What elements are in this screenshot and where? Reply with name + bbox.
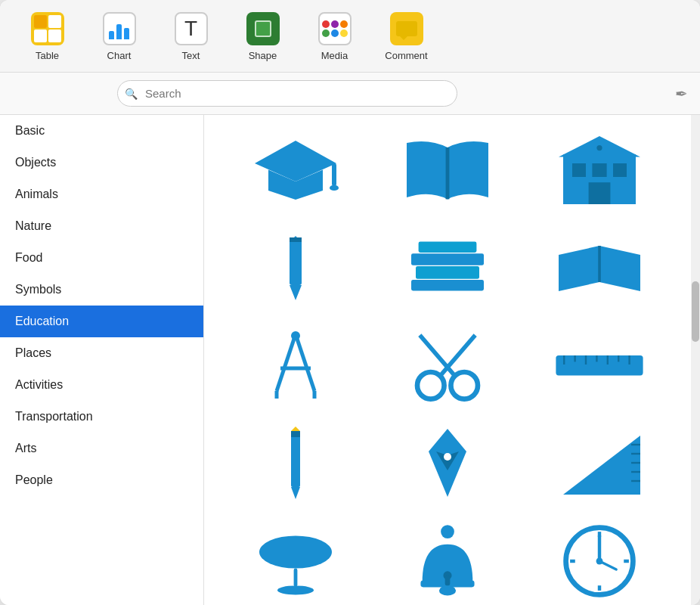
stack-books-icon[interactable] xyxy=(402,228,493,304)
search-icon: 🔍 xyxy=(125,88,138,100)
toolbar-media-label: Media xyxy=(321,50,348,61)
shape-icon xyxy=(246,12,280,45)
ruler-icon[interactable] xyxy=(554,327,645,402)
sidebar-item-food[interactable]: Food xyxy=(0,242,203,274)
sidebar-item-education[interactable]: Education xyxy=(0,306,203,337)
school-building-icon[interactable] xyxy=(554,130,645,206)
search-bar-row: 🔍 ✒ xyxy=(0,73,700,115)
svg-rect-4 xyxy=(446,147,450,199)
svg-rect-41 xyxy=(291,431,300,437)
svg-marker-42 xyxy=(291,427,300,431)
svg-line-21 xyxy=(277,334,296,391)
svg-rect-19 xyxy=(419,242,477,253)
desk-lamp-icon[interactable] xyxy=(250,523,341,599)
svg-rect-9 xyxy=(613,163,627,177)
app-window: Table Chart T Text xyxy=(0,0,700,605)
compass-icon[interactable] xyxy=(250,327,341,402)
search-container: 🔍 xyxy=(117,80,457,107)
toolbar-shape-label: Shape xyxy=(249,50,277,61)
sidebar-item-transportation[interactable]: Transportation xyxy=(0,401,203,433)
toolbar-chart-label: Chart xyxy=(107,50,132,61)
svg-point-55 xyxy=(441,525,454,538)
svg-rect-34 xyxy=(585,355,587,365)
text-icon: T xyxy=(175,12,208,45)
svg-rect-7 xyxy=(572,163,586,177)
pen-icon[interactable]: ✒ xyxy=(675,85,688,103)
svg-rect-16 xyxy=(411,280,484,290)
svg-rect-17 xyxy=(416,266,479,279)
toolbar-item-table[interactable]: Table xyxy=(15,6,79,66)
svg-marker-0 xyxy=(255,141,336,182)
triangle-ruler-icon[interactable] xyxy=(554,425,645,501)
toolbar: Table Chart T Text xyxy=(0,0,700,73)
chart-icon xyxy=(103,12,136,45)
toolbar-item-chart[interactable]: Chart xyxy=(87,6,151,66)
scrollbar-thumb[interactable] xyxy=(692,281,699,342)
graduation-cap-icon[interactable] xyxy=(250,130,341,206)
scrollbar[interactable] xyxy=(691,115,700,605)
sidebar-item-basic[interactable]: Basic xyxy=(0,115,203,147)
svg-line-22 xyxy=(296,334,314,391)
crayon-icon[interactable] xyxy=(250,228,341,304)
school-bell-icon[interactable] xyxy=(402,523,493,599)
table-icon xyxy=(31,12,64,45)
search-input[interactable] xyxy=(117,80,457,107)
toolbar-item-shape[interactable]: Shape xyxy=(231,6,295,66)
sidebar-item-places[interactable]: Places xyxy=(0,337,203,369)
svg-marker-13 xyxy=(290,285,302,300)
svg-rect-39 xyxy=(291,433,300,487)
sidebar-item-activities[interactable]: Activities xyxy=(0,369,203,401)
svg-rect-12 xyxy=(290,240,302,285)
svg-point-24 xyxy=(291,331,300,340)
svg-marker-46 xyxy=(563,436,640,495)
toolbar-item-media[interactable]: Media xyxy=(302,6,367,66)
svg-point-45 xyxy=(444,453,451,461)
svg-rect-18 xyxy=(411,253,484,265)
toolbar-table-label: Table xyxy=(36,50,59,61)
scissors-icon[interactable] xyxy=(402,327,493,402)
pen-nib-icon[interactable] xyxy=(402,425,493,501)
svg-rect-59 xyxy=(445,576,451,585)
sidebar-item-symbols[interactable]: Symbols xyxy=(0,274,203,306)
icon-grid-area xyxy=(204,115,691,605)
svg-rect-38 xyxy=(629,355,630,365)
icon-grid xyxy=(227,130,668,605)
sidebar-item-people[interactable]: People xyxy=(0,464,203,496)
svg-rect-8 xyxy=(593,163,607,177)
pencil-icon[interactable] xyxy=(250,425,341,501)
toolbar-comment-label: Comment xyxy=(385,50,427,61)
media-icon xyxy=(318,12,352,45)
comment-icon xyxy=(390,12,423,45)
svg-rect-37 xyxy=(618,355,619,361)
svg-rect-15 xyxy=(290,237,302,242)
svg-rect-10 xyxy=(589,182,611,204)
toolbar-item-comment[interactable]: Comment xyxy=(374,6,438,66)
svg-point-54 xyxy=(277,585,314,594)
main-content: Basic Objects Animals Nature Food Symbol… xyxy=(0,115,700,605)
svg-point-3 xyxy=(330,185,339,191)
book-open-flat-icon[interactable] xyxy=(554,228,645,304)
sidebar-item-nature[interactable]: Nature xyxy=(0,210,203,242)
svg-rect-36 xyxy=(607,355,609,365)
clock-icon[interactable] xyxy=(554,523,645,599)
svg-rect-35 xyxy=(596,355,598,361)
toolbar-item-text[interactable]: T Text xyxy=(159,6,223,66)
svg-rect-53 xyxy=(293,569,297,587)
svg-point-11 xyxy=(597,145,602,150)
svg-rect-32 xyxy=(563,355,565,365)
sidebar-item-objects[interactable]: Objects xyxy=(0,147,203,178)
sidebar-item-animals[interactable]: Animals xyxy=(0,178,203,210)
svg-line-63 xyxy=(599,561,616,569)
open-book-icon[interactable] xyxy=(402,130,493,206)
svg-rect-33 xyxy=(575,355,576,361)
toolbar-text-label: Text xyxy=(182,50,200,61)
svg-point-52 xyxy=(259,535,332,568)
sidebar: Basic Objects Animals Nature Food Symbol… xyxy=(0,115,204,605)
svg-point-57 xyxy=(439,585,456,595)
svg-marker-40 xyxy=(291,487,300,499)
sidebar-item-arts[interactable]: Arts xyxy=(0,433,203,464)
svg-rect-2 xyxy=(332,163,336,186)
